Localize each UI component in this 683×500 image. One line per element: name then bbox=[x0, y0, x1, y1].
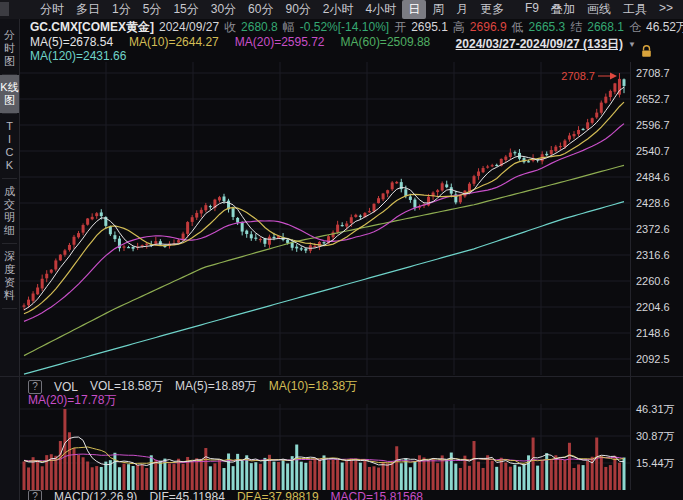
quote-field-label: 开 bbox=[394, 20, 406, 34]
quote-field-value: 2665.3 bbox=[529, 20, 566, 34]
sidebar-item-TICK[interactable]: T I C K bbox=[0, 114, 19, 178]
price-axis-label: 2428.6 bbox=[636, 197, 670, 209]
macd-value: DEA=37.98819 bbox=[237, 490, 319, 500]
toolbar-action-group: F9叠加画线工具>> bbox=[519, 0, 683, 19]
price-axis-label: 2540.7 bbox=[636, 145, 670, 157]
vol-ma-value: MA(5)=18.89万 bbox=[175, 378, 257, 395]
macd-header: ?MACD(12,26,9)DIF=45.11984DEA=37.98819MA… bbox=[28, 490, 435, 500]
price-axis-label: 2708.7 bbox=[636, 67, 670, 79]
axis-divider bbox=[630, 62, 631, 490]
period-button-多日[interactable]: 多日 bbox=[70, 0, 106, 19]
ma-value: MA(5)=2678.54 bbox=[30, 35, 113, 49]
price-axis-label: 2484.6 bbox=[636, 171, 670, 183]
main-chart-canvas[interactable]: 2708.7 bbox=[20, 62, 630, 375]
quote-date: 2024/09/27 bbox=[159, 20, 219, 34]
toolbar-action-画线[interactable]: 画线 bbox=[581, 0, 617, 19]
toolbar-action-叠加[interactable]: 叠加 bbox=[545, 0, 581, 19]
ma-indicator-row: MA(5)=2678.54MA(10)=2644.27MA(20)=2595.7… bbox=[30, 35, 446, 48]
period-button-15分[interactable]: 15分 bbox=[167, 0, 204, 19]
period-button-分时[interactable]: 分时 bbox=[34, 0, 70, 19]
price-axis-label: 2652.7 bbox=[636, 93, 670, 105]
vol-ma-value: MA(10)=18.38万 bbox=[269, 378, 357, 395]
macd-value: DIF=45.11984 bbox=[149, 490, 225, 500]
price-axis-label: 2372.6 bbox=[636, 223, 670, 235]
symbol-label: GC.CMX[COMEX黄金] bbox=[30, 20, 154, 34]
period-button-5分[interactable]: 5分 bbox=[137, 0, 168, 19]
toolbar-action->>[interactable]: >> bbox=[653, 0, 679, 19]
quote-field-value: 46.52万 bbox=[646, 20, 683, 34]
left-view-tabs: 分时图K线图T I C K成交明细深度资料 bbox=[0, 19, 20, 500]
ma-value: MA(20)=2595.72 bbox=[235, 35, 325, 49]
corner-fragment bbox=[0, 2, 9, 16]
trading-app-window: { "palette":{ "green":"#35a873","red":"#… bbox=[0, 0, 683, 500]
date-range-label: 2024/03/27-2024/09/27 (133日) bbox=[456, 36, 623, 53]
period-button-60分[interactable]: 60分 bbox=[242, 0, 279, 19]
ma-value: MA(60)=2509.88 bbox=[341, 35, 431, 49]
chevron-down-icon[interactable]: ▼ bbox=[628, 40, 636, 49]
quote-field-label: 低 bbox=[512, 20, 524, 34]
toolbar-action-工具[interactable]: 工具 bbox=[617, 0, 653, 19]
volume-axis-label: 15.44万 bbox=[636, 456, 675, 471]
macd-value: MACD(12,26,9) bbox=[54, 490, 137, 500]
period-button-30分[interactable]: 30分 bbox=[205, 0, 242, 19]
quote-field-value: 2695.1 bbox=[411, 20, 448, 34]
period-button-日[interactable]: 日 bbox=[402, 0, 426, 19]
price-axis-label: 2092.5 bbox=[636, 353, 670, 365]
period-button-周[interactable]: 周 bbox=[426, 0, 450, 19]
macd-value: MACD=15.81568 bbox=[331, 490, 423, 500]
quote-field-label: 幅 bbox=[283, 20, 295, 34]
sidebar-divider bbox=[2, 308, 17, 309]
period-button-1分[interactable]: 1分 bbox=[106, 0, 137, 19]
period-button-90分[interactable]: 90分 bbox=[279, 0, 316, 19]
ma120-value: MA(120)=2431.66 bbox=[30, 49, 126, 63]
help-icon[interactable]: ? bbox=[28, 490, 42, 500]
price-axis-label: 2204.6 bbox=[636, 301, 670, 313]
period-button-2小时[interactable]: 2小时 bbox=[317, 0, 360, 19]
ma-value: MA(10)=2644.27 bbox=[129, 35, 219, 49]
quote-field-label: 结 bbox=[570, 20, 582, 34]
quote-field-value: 2696.9 bbox=[470, 20, 507, 34]
quote-field-value: 2680.8 bbox=[241, 20, 278, 34]
date-range-selector[interactable]: 2024/03/27-2024/09/27 (133日) ▼ bbox=[456, 36, 641, 53]
quote-field-value: 2668.1 bbox=[587, 20, 624, 34]
price-axis-label: 2596.7 bbox=[636, 119, 670, 131]
price-axis-label: 2148.6 bbox=[636, 327, 670, 339]
sidebar-item-成交明细[interactable]: 成交明细 bbox=[0, 179, 19, 243]
toolbar-action-F9[interactable]: F9 bbox=[519, 0, 545, 19]
sidebar-item-K线图[interactable]: K线图 bbox=[0, 75, 19, 113]
volume-axis-label: 46.31万 bbox=[636, 402, 675, 417]
period-button-更多[interactable]: 更多 bbox=[474, 0, 510, 19]
sidebar-item-分时图[interactable]: 分时图 bbox=[0, 23, 19, 74]
period-button-group: 分时多日1分5分15分30分60分90分2小时4小时日周月更多 bbox=[34, 0, 510, 19]
sidebar-item-深度资料[interactable]: 深度资料 bbox=[0, 244, 19, 308]
ma-indicator-row-2: MA(120)=2431.66 bbox=[30, 49, 142, 62]
period-button-月[interactable]: 月 bbox=[450, 0, 474, 19]
quote-field-label: 仓 bbox=[629, 20, 641, 34]
quote-bar: GC.CMX[COMEX黄金]2024/09/27收2680.8幅-0.52%[… bbox=[30, 19, 683, 34]
top-toolbar: 分时多日1分5分15分30分60分90分2小时4小时日周月更多 F9叠加画线工具… bbox=[0, 0, 683, 19]
quote-field-value: -0.52%[-14.10%] bbox=[300, 20, 389, 34]
volume-axis-label: 30.87万 bbox=[636, 429, 675, 444]
svg-text:2708.7: 2708.7 bbox=[561, 70, 595, 82]
quote-field-label: 收 bbox=[224, 20, 236, 34]
price-axis-label: 2260.6 bbox=[636, 275, 670, 287]
period-button-4小时[interactable]: 4小时 bbox=[360, 0, 403, 19]
quote-field-label: 高 bbox=[453, 20, 465, 34]
volume-chart-canvas[interactable] bbox=[20, 404, 630, 490]
pane-divider bbox=[0, 376, 683, 377]
price-axis-label: 2316.6 bbox=[636, 249, 670, 261]
